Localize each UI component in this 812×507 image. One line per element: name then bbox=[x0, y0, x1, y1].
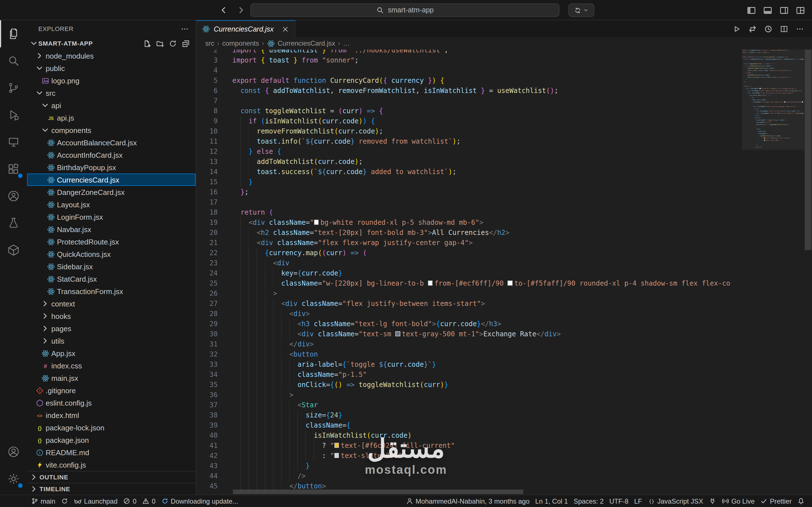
tree-item-ProtectedRoute.jsx[interactable]: ProtectedRoute.jsx bbox=[27, 235, 196, 248]
tree-item-hooks[interactable]: hooks bbox=[27, 310, 196, 322]
tab-currenciescard[interactable]: CurrenciesCard.jsx bbox=[196, 20, 296, 37]
activity-docker-icon[interactable] bbox=[0, 237, 27, 264]
code-line[interactable]: if (isInWatchlist(curr.code)) { bbox=[225, 116, 742, 126]
new-folder-icon[interactable] bbox=[156, 39, 164, 48]
code-line[interactable]: const { addToWatchlist, removeFromWatchl… bbox=[225, 86, 742, 96]
code-line[interactable]: onClick={() => toggleWatchlist(curr)} bbox=[225, 380, 742, 390]
collapse-folders-icon[interactable] bbox=[182, 39, 190, 48]
code-line[interactable]: aria-label={`toggle ${curr.code}`} bbox=[225, 359, 742, 370]
code-line[interactable]: <Star bbox=[225, 400, 742, 410]
tree-item-eslint.config.js[interactable]: eslint.config.js bbox=[27, 397, 196, 409]
code-line[interactable] bbox=[225, 96, 742, 106]
launchpad-status[interactable]: Launchpad bbox=[71, 495, 120, 507]
tree-item-vite.config.js[interactable]: vite.config.js bbox=[27, 459, 196, 471]
tree-item-StatCard.jsx[interactable]: StatCard.jsx bbox=[27, 273, 196, 285]
code-line[interactable]: /> bbox=[225, 471, 742, 481]
code-line[interactable]: import { useWatchlist } from "../hooks/u… bbox=[225, 50, 742, 55]
activity-settings-icon[interactable] bbox=[0, 465, 27, 492]
tree-item-TransactionForm.jsx[interactable]: TransactionForm.jsx bbox=[27, 285, 196, 297]
tree-item-index.html[interactable]: <>index.html bbox=[27, 409, 196, 421]
warning-count[interactable]: 0 bbox=[139, 495, 158, 507]
code-line[interactable] bbox=[225, 197, 742, 207]
tree-item-DangerZoneCard.jsx[interactable]: DangerZoneCard.jsx bbox=[27, 186, 196, 198]
code-line[interactable]: toast.info(`${curr.code} removed from wa… bbox=[225, 136, 742, 147]
tree-item-Navbar.jsx[interactable]: Navbar.jsx bbox=[27, 223, 196, 235]
branch-status[interactable]: main bbox=[28, 495, 58, 507]
activity-extensions-icon[interactable] bbox=[0, 156, 27, 182]
tree-item-README.md[interactable]: README.md bbox=[27, 446, 196, 459]
refresh-explorer-icon[interactable] bbox=[168, 39, 177, 48]
code-line[interactable]: className="w-[220px] bg-linear-to-b from… bbox=[225, 278, 742, 288]
open-changes-icon[interactable] bbox=[748, 24, 757, 33]
tree-item-node_modules[interactable]: node_modules bbox=[27, 50, 196, 62]
code-line[interactable]: } bbox=[225, 461, 742, 471]
close-tab-icon[interactable] bbox=[282, 25, 290, 33]
horizontal-scrollbar[interactable] bbox=[196, 489, 742, 495]
tree-item-src[interactable]: src bbox=[27, 87, 196, 99]
customize-layout-icon[interactable] bbox=[796, 5, 805, 15]
code-line[interactable]: className={ bbox=[225, 420, 742, 431]
code-line[interactable]: addToWatchlist(curr.code); bbox=[225, 157, 742, 167]
tree-item-public[interactable]: public bbox=[27, 62, 196, 74]
explorer-more-actions-icon[interactable] bbox=[181, 24, 189, 33]
vertical-scrollbar-thumb[interactable] bbox=[805, 50, 811, 250]
code-line[interactable]: > bbox=[225, 288, 742, 298]
code-line[interactable]: <div className="flex flex-wrap justify-c… bbox=[225, 238, 742, 248]
git-blame[interactable]: MohammedAl-Nabahin, 3 months ago bbox=[403, 495, 532, 507]
more-actions-icon[interactable] bbox=[796, 24, 804, 33]
horizontal-scrollbar-thumb[interactable] bbox=[233, 490, 523, 494]
file-history-icon[interactable] bbox=[764, 24, 772, 33]
tree-item-index.css[interactable]: #index.css bbox=[27, 359, 196, 372]
toggle-secondary-sidebar-icon[interactable] bbox=[779, 5, 789, 15]
tree-item-package.json[interactable]: {}package.json bbox=[27, 434, 196, 446]
tree-item-App.jsx[interactable]: App.jsx bbox=[27, 347, 196, 359]
tree-item-LoginForm.jsx[interactable]: LoginForm.jsx bbox=[27, 211, 196, 223]
tree-item-Sidebar.jsx[interactable]: Sidebar.jsx bbox=[27, 260, 196, 273]
tree-item-utils[interactable]: utils bbox=[27, 335, 196, 347]
toggle-primary-sidebar-icon[interactable] bbox=[747, 5, 756, 15]
code-line[interactable]: className="p-1.5" bbox=[225, 370, 742, 380]
tree-item-AccountInfoCard.jsx[interactable]: AccountInfoCard.jsx bbox=[27, 149, 196, 161]
sync-status[interactable] bbox=[58, 495, 71, 507]
code-line[interactable]: toast.success(`${curr.code} added to wat… bbox=[225, 167, 742, 177]
code-line[interactable]: removeFromWatchlist(curr.code); bbox=[225, 126, 742, 136]
breadcrumb-item-components[interactable]: components bbox=[222, 40, 259, 47]
eol[interactable]: LF bbox=[631, 495, 645, 507]
code-line[interactable]: </div> bbox=[225, 339, 742, 349]
update-status[interactable]: Downloading update... bbox=[158, 495, 241, 507]
split-editor-icon[interactable] bbox=[780, 24, 788, 33]
activity-remote-explorer-icon[interactable] bbox=[0, 128, 27, 156]
outline-section[interactable]: OUTLINE bbox=[27, 471, 196, 483]
go-live[interactable]: Go Live bbox=[719, 495, 758, 507]
tree-item-api.js[interactable]: JSapi.js bbox=[27, 112, 196, 124]
tree-item-CurrenciesCard.jsx[interactable]: CurrenciesCard.jsx bbox=[27, 173, 196, 186]
notifications[interactable] bbox=[795, 495, 808, 507]
activity-source-control-icon[interactable] bbox=[0, 74, 27, 101]
run-icon[interactable] bbox=[732, 24, 741, 33]
code-line[interactable]: key={curr.code} bbox=[225, 268, 742, 278]
navigate-forward-icon[interactable] bbox=[237, 6, 246, 15]
language-mode[interactable]: {}JavaScript JSX bbox=[645, 495, 706, 507]
minimap-slider[interactable] bbox=[742, 50, 804, 150]
project-section-header[interactable]: SMART-ATM-APP bbox=[27, 37, 196, 50]
cursor-position[interactable]: Ln 1, Col 1 bbox=[532, 495, 571, 507]
activity-live-share-icon[interactable] bbox=[0, 182, 27, 210]
code-line[interactable]: <h3 className="text-lg font-bold">{curr.… bbox=[225, 319, 742, 329]
timeline-section[interactable]: TIMELINE bbox=[27, 483, 196, 495]
ports[interactable] bbox=[706, 495, 719, 507]
code-line[interactable]: > bbox=[225, 390, 742, 400]
vertical-scrollbar[interactable] bbox=[804, 50, 812, 495]
tree-item-.gitignore[interactable]: .gitignore bbox=[27, 384, 196, 397]
activity-testing-icon[interactable] bbox=[0, 210, 27, 237]
breadcrumb-item-CurrenciesCard.jsx[interactable]: CurrenciesCard.jsx bbox=[267, 39, 335, 48]
code-line[interactable] bbox=[225, 65, 742, 75]
breadcrumb-item-…[interactable]: … bbox=[343, 40, 350, 47]
tree-item-BirthdayPopup.jsx[interactable]: BirthdayPopup.jsx bbox=[27, 161, 196, 173]
tree-item-pages[interactable]: pages bbox=[27, 322, 196, 335]
code-line[interactable]: size={24} bbox=[225, 410, 742, 420]
code-line[interactable]: <div className="flex justify-between ite… bbox=[225, 298, 742, 309]
code-editor[interactable]: 2import { useWatchlist } from "../hooks/… bbox=[196, 50, 812, 495]
code-line[interactable]: ? "text-[#f6c024] fill-current" bbox=[225, 441, 742, 451]
command-center-search[interactable]: smart-atm-app bbox=[250, 3, 559, 17]
navigate-back-icon[interactable] bbox=[219, 6, 228, 15]
